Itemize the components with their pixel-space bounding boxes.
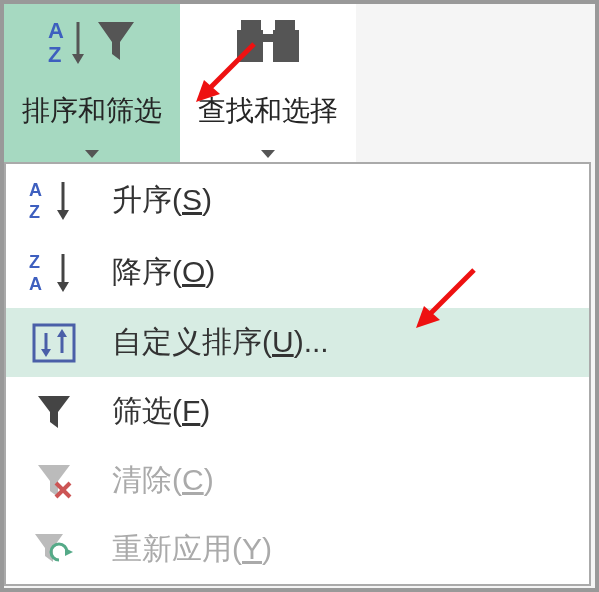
svg-rect-7 xyxy=(237,30,263,62)
custom-sort-icon xyxy=(26,323,82,363)
menu-item-label: 降序(O) xyxy=(112,252,215,293)
chevron-down-icon xyxy=(85,150,99,158)
find-and-select-button[interactable]: 查找和选择 xyxy=(180,4,356,162)
menu-item-label: 筛选(F) xyxy=(112,391,210,432)
chevron-down-icon xyxy=(261,150,275,158)
svg-rect-9 xyxy=(261,34,275,42)
sort-desc-icon: Z A xyxy=(26,250,82,294)
svg-rect-5 xyxy=(241,20,261,30)
svg-marker-20 xyxy=(41,349,51,357)
sort-and-filter-label: 排序和筛选 xyxy=(22,92,162,130)
menu-item-reapply: 重新应用(Y) xyxy=(6,515,589,584)
svg-marker-3 xyxy=(72,54,84,64)
menu-item-filter[interactable]: 筛选(F) xyxy=(6,377,589,446)
funnel-icon xyxy=(26,392,82,432)
svg-text:Z: Z xyxy=(29,252,40,272)
svg-marker-23 xyxy=(38,396,70,428)
binoculars-icon xyxy=(233,12,303,70)
svg-rect-18 xyxy=(34,325,74,361)
svg-rect-8 xyxy=(273,30,299,62)
svg-marker-22 xyxy=(57,329,67,337)
svg-rect-6 xyxy=(275,20,295,30)
svg-marker-27 xyxy=(35,534,63,562)
svg-text:A: A xyxy=(29,274,42,294)
svg-text:A: A xyxy=(48,18,64,43)
sort-and-filter-icon: A Z xyxy=(46,12,138,70)
svg-text:Z: Z xyxy=(48,42,61,66)
menu-item-clear: 清除(C) xyxy=(6,446,589,515)
svg-marker-28 xyxy=(65,548,73,556)
menu-item-label: 自定义排序(U)... xyxy=(112,322,329,363)
menu-item-label: 重新应用(Y) xyxy=(112,529,272,570)
sort-and-filter-dropdown: A Z 升序(S) Z A 降序(O) xyxy=(4,162,591,586)
ribbon-editing-section: A Z 排序和筛选 查找和选择 xyxy=(4,4,595,162)
menu-item-custom-sort[interactable]: 自定义排序(U)... xyxy=(6,308,589,377)
find-and-select-label: 查找和选择 xyxy=(198,92,338,130)
clear-filter-icon xyxy=(26,461,82,501)
svg-marker-4 xyxy=(98,22,134,60)
funnel-icon xyxy=(94,16,138,66)
reapply-filter-icon xyxy=(26,530,82,570)
svg-marker-13 xyxy=(57,210,69,220)
svg-text:Z: Z xyxy=(29,202,40,222)
svg-text:A: A xyxy=(29,180,42,200)
menu-item-sort-descending[interactable]: Z A 降序(O) xyxy=(6,236,589,308)
svg-marker-17 xyxy=(57,282,69,292)
sort-and-filter-button[interactable]: A Z 排序和筛选 xyxy=(4,4,180,162)
menu-item-label: 升序(S) xyxy=(112,180,212,221)
sort-asc-icon: A Z xyxy=(26,178,82,222)
menu-item-label: 清除(C) xyxy=(112,460,214,501)
menu-item-sort-ascending[interactable]: A Z 升序(S) xyxy=(6,164,589,236)
